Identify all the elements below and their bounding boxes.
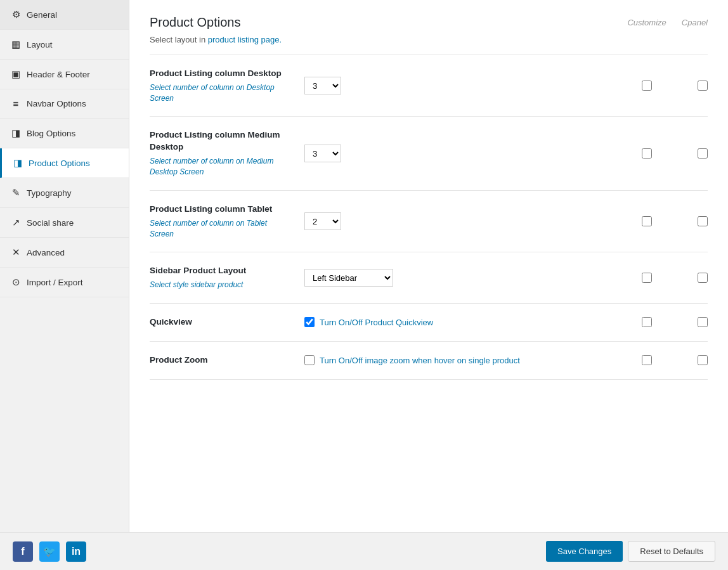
sidebar-item-import-export[interactable]: ⊙ Import / Export: [0, 268, 129, 297]
option-label-medium-desktop-columns: Product Listing column Medium Desktop: [150, 129, 289, 153]
sidebar-item-social-share[interactable]: ↗ Social share: [0, 208, 129, 238]
linkedin-icon[interactable]: in: [66, 541, 86, 562]
option-row-sidebar-layout: Sidebar Product Layout Select style side…: [150, 252, 708, 304]
page-title: Product Options: [150, 15, 282, 30]
cpanel-label: Cpanel: [682, 18, 708, 27]
product-options-icon: ◨: [12, 157, 23, 169]
sidebar-item-general[interactable]: ⚙ General: [0, 0, 129, 30]
checkbox-label-product-zoom[interactable]: Turn On/Off image zoom when hover on sin…: [304, 355, 520, 365]
social-icons-group: f 🐦 in: [13, 541, 86, 562]
option-control-desktop-columns: 123456: [304, 77, 627, 94]
option-row-desktop-columns: Product Listing column Desktop Select nu…: [150, 55, 708, 117]
product-listing-link[interactable]: product listing page.: [208, 35, 282, 44]
customize-check-product-zoom[interactable]: [642, 355, 652, 365]
sidebar-item-typography[interactable]: ✎ Typography: [0, 178, 129, 208]
option-control-product-zoom: Turn On/Off image zoom when hover on sin…: [304, 355, 627, 365]
cpanel-check-medium-desktop-columns[interactable]: [698, 148, 708, 159]
social-share-icon: ↗: [10, 217, 22, 228]
sidebar-item-label-navbar: Navbar Options: [27, 99, 86, 108]
option-checkboxes-product-zoom: [642, 355, 708, 365]
general-icon: ⚙: [10, 9, 22, 20]
advanced-icon: ✕: [10, 247, 22, 258]
facebook-icon[interactable]: f: [13, 541, 33, 562]
header-footer-icon: ▣: [10, 68, 22, 80]
sidebar-item-label-blog: Blog Options: [27, 129, 75, 138]
cpanel-check-quickview[interactable]: [698, 317, 708, 327]
option-row-medium-desktop-columns: Product Listing column Medium Desktop Se…: [150, 117, 708, 190]
select-sidebar-layout[interactable]: Left SidebarRight SidebarNo Sidebar: [304, 269, 393, 287]
layout-icon: ▦: [10, 39, 22, 50]
customize-check-quickview[interactable]: [642, 317, 652, 327]
option-control-medium-desktop-columns: 123456: [304, 145, 627, 162]
option-checkboxes-quickview: [642, 317, 708, 327]
sidebar-item-navbar[interactable]: ≡ Navbar Options: [0, 89, 129, 119]
option-row-product-zoom: Product Zoom Turn On/Off image zoom when…: [150, 342, 708, 380]
footer: f 🐦 in Save Changes Reset to Defaults: [0, 532, 728, 570]
sidebar-item-label-layout: Layout: [27, 40, 53, 49]
reset-button[interactable]: Reset to Defaults: [628, 541, 715, 562]
option-checkboxes-tablet-columns: [642, 216, 708, 226]
navbar-icon: ≡: [10, 98, 22, 109]
checkbox-label-quickview[interactable]: Turn On/Off Product Quickview: [304, 317, 433, 327]
sidebar-item-advanced[interactable]: ✕ Advanced: [0, 238, 129, 268]
page-subtitle: Select layout in product listing page.: [150, 35, 282, 44]
import-export-icon: ⊙: [10, 276, 22, 288]
select-medium-desktop-columns[interactable]: 123456: [304, 145, 341, 162]
option-checkboxes-medium-desktop-columns: [642, 148, 708, 159]
option-control-sidebar-layout: Left SidebarRight SidebarNo Sidebar: [304, 269, 627, 287]
sidebar-item-label-social-share: Social share: [27, 218, 74, 228]
option-label-product-zoom: Product Zoom: [150, 354, 289, 366]
typography-icon: ✎: [10, 187, 22, 198]
sidebar-item-header-footer[interactable]: ▣ Header & Footer: [0, 60, 129, 89]
option-desc-tablet-columns: Select number of column on Tablet Screen: [150, 218, 289, 240]
sidebar-item-layout[interactable]: ▦ Layout: [0, 30, 129, 60]
option-row-tablet-columns: Product Listing column Tablet Select num…: [150, 191, 708, 252]
cpanel-check-desktop-columns[interactable]: [698, 81, 708, 91]
option-row-quickview: Quickview Turn On/Off Product Quickview: [150, 304, 708, 342]
sidebar-item-label-header-footer: Header & Footer: [27, 70, 90, 79]
cpanel-check-sidebar-layout[interactable]: [698, 273, 708, 283]
footer-buttons: Save Changes Reset to Defaults: [546, 541, 715, 562]
option-checkboxes-sidebar-layout: [642, 273, 708, 283]
checkbox-product-zoom[interactable]: [304, 355, 315, 365]
blog-icon: ◨: [10, 127, 22, 139]
option-label-desktop-columns: Product Listing column Desktop: [150, 68, 289, 80]
option-label-quickview: Quickview: [150, 316, 289, 328]
sidebar-item-label-product-options: Product Options: [29, 159, 90, 168]
cpanel-check-tablet-columns[interactable]: [698, 216, 708, 226]
sidebar-item-label-advanced: Advanced: [27, 248, 65, 257]
checkbox-quickview[interactable]: [304, 317, 315, 327]
customize-label: Customize: [627, 18, 666, 27]
customize-check-sidebar-layout[interactable]: [642, 273, 652, 283]
customize-check-medium-desktop-columns[interactable]: [642, 148, 652, 159]
sidebar-item-product-options[interactable]: ◨ Product Options: [0, 148, 129, 178]
save-button[interactable]: Save Changes: [546, 541, 623, 562]
option-checkboxes-desktop-columns: [642, 81, 708, 91]
option-desc-medium-desktop-columns: Select number of column on Medium Deskto…: [150, 156, 289, 178]
checkbox-text-quickview: Turn On/Off Product Quickview: [320, 318, 433, 327]
sidebar-item-label-import-export: Import / Export: [27, 278, 83, 287]
option-label-tablet-columns: Product Listing column Tablet: [150, 204, 289, 216]
customize-check-tablet-columns[interactable]: [642, 216, 652, 226]
customize-check-desktop-columns[interactable]: [642, 81, 652, 91]
main-content: Product Options Select layout in product…: [129, 0, 728, 532]
cpanel-check-product-zoom[interactable]: [698, 355, 708, 365]
twitter-icon[interactable]: 🐦: [39, 541, 60, 562]
option-label-sidebar-layout: Sidebar Product Layout: [150, 265, 289, 277]
select-desktop-columns[interactable]: 123456: [304, 77, 341, 94]
option-desc-desktop-columns: Select number of column on Desktop Scree…: [150, 82, 289, 104]
option-desc-sidebar-layout: Select style sidebar product: [150, 280, 289, 290]
sidebar-item-blog[interactable]: ◨ Blog Options: [0, 119, 129, 148]
sidebar-item-label-typography: Typography: [27, 188, 72, 198]
option-control-quickview: Turn On/Off Product Quickview: [304, 317, 627, 327]
select-tablet-columns[interactable]: 1234: [304, 212, 341, 230]
checkbox-text-product-zoom: Turn On/Off image zoom when hover on sin…: [320, 356, 520, 365]
sidebar: ⚙ General▦ Layout▣ Header & Footer≡ Navb…: [0, 0, 129, 532]
sidebar-item-label-general: General: [27, 10, 57, 20]
option-control-tablet-columns: 1234: [304, 212, 627, 230]
